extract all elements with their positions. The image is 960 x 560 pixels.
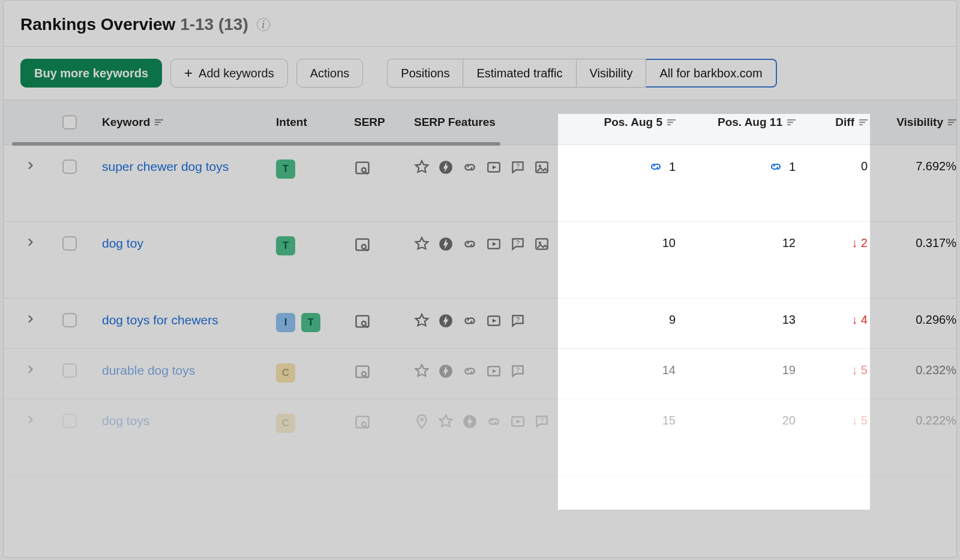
view-segmented-control: Positions Estimated traffic Visibility A…: [387, 59, 776, 88]
features-cell: [409, 363, 560, 379]
serp-snapshot-icon[interactable]: [354, 414, 371, 430]
expand-row-toggle[interactable]: [4, 159, 58, 171]
serp-cell[interactable]: [349, 313, 409, 330]
amp-feature-icon: [438, 236, 454, 252]
col-features[interactable]: SERP Features: [409, 116, 560, 129]
col-pos-a[interactable]: Pos. Aug 5: [560, 116, 680, 129]
amp-feature-icon: [438, 313, 454, 329]
star-feature-icon: [414, 313, 430, 329]
expand-row-toggle[interactable]: [4, 313, 58, 325]
keyword-link[interactable]: durable dog toys: [102, 363, 195, 378]
col-visibility[interactable]: Visibility: [872, 116, 960, 129]
serp-snapshot-icon[interactable]: [354, 236, 371, 253]
pos-a-cell: 14: [560, 363, 680, 377]
buy-keywords-label: Buy more keywords: [34, 67, 148, 80]
faq-feature-icon: [510, 236, 526, 252]
add-keywords-button[interactable]: + Add keywords: [170, 59, 288, 88]
video-feature-icon: [486, 313, 502, 329]
position-value: 12: [782, 236, 796, 250]
row-checkbox[interactable]: [62, 363, 77, 378]
intent-cell: T: [271, 159, 349, 179]
visibility-cell: 7.692%: [872, 159, 960, 173]
col-pos-b[interactable]: Pos. Aug 11: [680, 116, 800, 129]
serp-cell[interactable]: [349, 236, 409, 253]
actions-button[interactable]: Actions: [296, 59, 364, 88]
diff-cell: ↓ 5: [800, 363, 872, 377]
amp-feature-icon: [438, 159, 454, 175]
diff-value: ↓ 5: [851, 363, 868, 377]
faq-feature-icon: [510, 159, 526, 175]
col-intent[interactable]: Intent: [271, 116, 349, 129]
keyword-link[interactable]: dog toy: [102, 236, 143, 251]
diff-value: 0: [861, 159, 868, 173]
video-feature-icon: [486, 363, 502, 379]
intent-badge-C: C: [276, 363, 295, 383]
link-feature-icon: [462, 363, 478, 379]
segment-visibility[interactable]: Visibility: [577, 59, 647, 88]
visibility-cell: 0.296%: [872, 313, 960, 327]
video-feature-icon: [486, 159, 502, 175]
col-keyword-label: Keyword: [102, 116, 150, 129]
info-icon[interactable]: i: [257, 18, 270, 31]
segment-allfor[interactable]: All for barkbox.com: [646, 59, 776, 88]
keyword-link[interactable]: dog toys: [102, 414, 149, 428]
serp-cell[interactable]: [349, 159, 409, 176]
video-feature-icon: [486, 236, 502, 252]
buy-keywords-button[interactable]: Buy more keywords: [20, 59, 162, 88]
expand-row-toggle[interactable]: [4, 363, 58, 375]
intent-badge-I: I: [276, 313, 295, 332]
serp-snapshot-icon[interactable]: [354, 313, 371, 330]
serp-cell[interactable]: [349, 414, 409, 430]
faq-feature-icon: [510, 313, 526, 329]
row-checkbox[interactable]: [62, 414, 77, 428]
intent-cell: I T: [271, 313, 349, 332]
intent-cell: C: [271, 363, 349, 383]
horizontal-scrollbar[interactable]: [12, 142, 500, 146]
select-all-checkbox[interactable]: [62, 115, 77, 130]
intent-cell: T: [271, 236, 349, 255]
segment-positions[interactable]: Positions: [387, 59, 463, 88]
position-value: 1: [669, 160, 676, 174]
star-feature-icon: [438, 414, 454, 429]
diff-value: ↓ 4: [851, 313, 868, 327]
row-checkbox[interactable]: [62, 159, 77, 174]
serp-cell[interactable]: [349, 363, 409, 380]
faq-feature-icon: [534, 414, 550, 429]
features-cell: [409, 313, 560, 329]
expand-row-toggle[interactable]: [4, 414, 58, 426]
sort-icon: [859, 119, 868, 125]
table-row: dog toys C 15 20 ↓ 5 0.222%: [4, 399, 956, 476]
keyword-link[interactable]: dog toys for chewers: [102, 313, 218, 327]
col-diff-label: Diff: [835, 116, 854, 129]
intent-badge-C: C: [276, 414, 295, 433]
features-cell: [409, 159, 560, 175]
col-diff[interactable]: Diff: [800, 116, 872, 129]
visibility-cell: 0.232%: [872, 363, 960, 377]
col-pos-b-label: Pos. Aug 11: [718, 116, 782, 129]
star-feature-icon: [414, 159, 430, 175]
features-cell: [409, 236, 560, 252]
diff-cell: ↓ 5: [800, 414, 872, 427]
features-cell: [409, 414, 560, 429]
serp-snapshot-icon[interactable]: [354, 159, 371, 176]
amp-feature-icon: [438, 363, 454, 379]
pos-b-cell: 13: [680, 313, 800, 327]
sort-icon: [787, 119, 796, 125]
row-checkbox[interactable]: [62, 236, 77, 251]
actions-label: Actions: [310, 67, 350, 80]
serp-snapshot-icon[interactable]: [354, 363, 371, 380]
segment-traffic[interactable]: Estimated traffic: [463, 59, 576, 88]
sitelink-icon: [649, 159, 663, 174]
col-serp[interactable]: SERP: [349, 116, 409, 129]
sort-icon: [948, 119, 956, 125]
col-keyword[interactable]: Keyword: [97, 116, 271, 129]
link-feature-icon: [462, 236, 478, 252]
intent-badge-T: T: [301, 313, 320, 332]
position-value: 9: [669, 313, 676, 327]
row-checkbox[interactable]: [62, 313, 77, 327]
diff-value: ↓ 5: [851, 414, 868, 427]
table-row: dog toy T 10 12 ↓ 2 0.317%: [4, 222, 956, 299]
expand-row-toggle[interactable]: [4, 236, 58, 248]
intent-cell: C: [271, 414, 349, 433]
keyword-link[interactable]: super chewer dog toys: [102, 159, 229, 174]
